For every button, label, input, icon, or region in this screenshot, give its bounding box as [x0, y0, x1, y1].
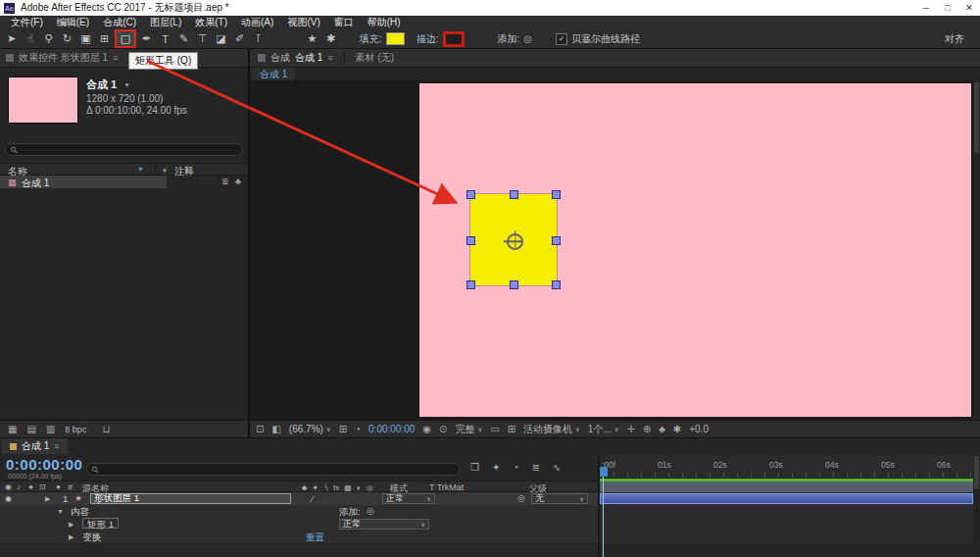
pan-behind-tool[interactable]: ⊞ — [95, 29, 114, 48]
rectangle-blend-mode-select[interactable]: 正常 ∨ — [339, 519, 429, 530]
resolution-select[interactable]: 完整 ∨ — [455, 423, 482, 436]
layer-blend-mode-select[interactable]: 正常 ∨ — [382, 493, 435, 504]
panel-menu-icon[interactable]: ≡ — [113, 53, 118, 63]
project-search-input[interactable]: ⚲ — [5, 143, 243, 156]
flowchart-icon[interactable]: ♣ — [659, 425, 665, 434]
viewport-vertical-scrollbar[interactable] — [973, 80, 980, 420]
menu-effect[interactable]: 效果(T) — [188, 16, 234, 29]
menu-animation[interactable]: 动画(A) — [234, 16, 280, 29]
transparency-grid-icon[interactable]: ⊡ — [256, 425, 264, 434]
pixel-aspect-icon[interactable]: ⊞ — [508, 425, 515, 434]
close-button[interactable]: ✕ — [958, 3, 980, 13]
magnification-select[interactable]: (66.7%) ∨ — [289, 424, 331, 434]
layer-name-input[interactable]: 形状图层 1 — [90, 493, 291, 504]
current-time-display[interactable]: 0:00:00:00 — [6, 456, 82, 473]
project-item-row[interactable]: ▦ 合成 1 ≣ ♣ — [0, 176, 248, 188]
delete-icon[interactable]: ⊔ — [102, 425, 110, 434]
puppet-pin-tool[interactable]: ⊺ — [249, 29, 268, 48]
selection-tool[interactable]: ➤ — [2, 29, 21, 48]
bezier-path-label[interactable]: 贝塞尔曲线路径 — [571, 32, 640, 46]
show-snapshot-icon[interactable]: ⊙ — [439, 425, 447, 434]
maximize-button[interactable]: □ — [937, 3, 958, 13]
menu-edit[interactable]: 编辑(E) — [50, 16, 96, 29]
new-composition-icon[interactable]: ▥ — [46, 425, 55, 434]
layer-row-shape-layer[interactable]: ◉ ▶ 1 ★ 形状图层 1 ⁄ 正常 ∨ ◎ 无 ∨ — [0, 492, 598, 506]
bezier-path-checkbox[interactable]: ✓ — [556, 33, 567, 45]
handle-bottom-center[interactable] — [510, 280, 518, 289]
tool-creates-mask-icon[interactable]: ✱ — [321, 29, 340, 48]
tool-creates-shape-icon[interactable]: ★ — [303, 29, 321, 48]
rectangle-label[interactable]: 矩形 1 — [82, 518, 119, 529]
grid-guides-icon[interactable]: ✛ — [627, 425, 635, 434]
handle-middle-right[interactable] — [552, 236, 561, 245]
layer-quality-switch-icon[interactable]: ⁄ — [312, 493, 314, 504]
layer-track-row[interactable] — [600, 492, 973, 506]
sort-arrow-icon[interactable]: ▼ — [137, 166, 144, 173]
tab-footage[interactable]: 素材 (无) — [356, 51, 394, 65]
layer-twirl-icon[interactable]: ▶ — [45, 495, 50, 503]
stroke-swatch[interactable] — [443, 31, 465, 47]
tab-composition[interactable]: 合成 — [270, 51, 290, 65]
transform-label[interactable]: 变换 — [82, 532, 101, 544]
snapshot-icon[interactable]: ◉ — [422, 425, 431, 434]
composition-item-label[interactable]: 合成 1 — [22, 177, 49, 190]
color-depth-button[interactable]: 8 bpc — [65, 425, 86, 434]
channels-icon[interactable]: ◧ — [271, 425, 280, 434]
contents-twirl-icon[interactable]: ▼ — [57, 508, 64, 515]
viewer-comp-tab[interactable]: 合成 1 — [252, 68, 295, 81]
rectangle-property-row[interactable]: ▶ 矩形 1 正常 ∨ — [0, 518, 598, 532]
menu-window[interactable]: 窗口 — [327, 16, 361, 29]
menu-view[interactable]: 视图(V) — [280, 16, 326, 29]
trkmat-column-header[interactable]: T TrkMat — [429, 482, 464, 492]
tab-composition-name[interactable]: 合成 1 — [295, 51, 322, 65]
composition-canvas[interactable] — [419, 83, 971, 417]
rotate-tool[interactable]: ↻ — [58, 29, 76, 48]
contents-add-icon[interactable]: ◎ — [367, 507, 374, 516]
eraser-tool[interactable]: ◪ — [212, 29, 230, 48]
stroke-label[interactable]: 描边: — [416, 32, 439, 46]
safe-guides-icon[interactable]: ⊞ — [339, 425, 347, 434]
minimize-button[interactable]: ─ — [915, 3, 937, 13]
handle-bottom-left[interactable] — [466, 280, 475, 289]
menu-file[interactable]: 文件(F) — [4, 16, 50, 29]
handle-top-right[interactable] — [552, 190, 561, 199]
fill-swatch[interactable] — [386, 32, 405, 45]
timeline-comp-tab[interactable]: 合成 1 ≡ — [2, 438, 68, 454]
anchor-point-icon[interactable] — [507, 233, 523, 250]
brush-tool[interactable]: ✎ — [174, 29, 193, 48]
transform-twirl-icon[interactable]: ▶ — [69, 533, 74, 541]
frame-blending-icon[interactable]: ≣ — [531, 463, 539, 473]
hide-shy-layers-icon[interactable]: ◔ — [513, 463, 518, 473]
mini-flowchart-icon[interactable]: ⊕ — [643, 425, 651, 434]
menu-layer[interactable]: 图层(L) — [143, 16, 188, 29]
layer-duration-bar[interactable] — [600, 493, 973, 504]
comp-flyout-icon[interactable]: ▼ — [123, 81, 129, 88]
composition-flowchart-icon[interactable]: ❐ — [470, 463, 479, 473]
menu-composition[interactable]: 合成(C) — [96, 16, 143, 29]
work-area-bar[interactable] — [600, 481, 973, 492]
viewer-options-icon[interactable]: ✱ — [673, 425, 681, 434]
transform-reset-link[interactable]: 重置 — [306, 532, 324, 544]
type-tool[interactable]: T — [156, 29, 174, 48]
comp-name[interactable]: 合成 1 — [86, 77, 117, 92]
shape-rectangle[interactable] — [470, 194, 557, 285]
scrollbar-thumb[interactable] — [974, 82, 979, 153]
add-shape-icon[interactable]: ◎ — [523, 34, 532, 44]
fill-label[interactable]: 填充: — [360, 32, 382, 46]
current-time-indicator-line[interactable] — [603, 477, 604, 557]
draft-3d-icon[interactable]: ✦ — [492, 463, 500, 473]
pen-tool[interactable]: ✒ — [137, 29, 156, 48]
camera-tool[interactable]: ▣ — [76, 29, 95, 48]
hand-tool[interactable]: ☝ — [21, 29, 39, 48]
view-layout-select[interactable]: 1个... ∨ — [588, 423, 619, 436]
roto-brush-tool[interactable]: ✐ — [230, 29, 249, 48]
composition-viewport[interactable] — [250, 80, 980, 420]
zoom-tool[interactable]: ⚲ — [39, 29, 58, 48]
handle-middle-left[interactable] — [466, 236, 475, 245]
handle-top-center[interactable] — [510, 190, 518, 199]
new-folder-icon[interactable]: ▤ — [26, 425, 35, 434]
timeline-search-input[interactable]: ⚲ — [86, 463, 461, 476]
camera-select[interactable]: 活动摄像机 ∨ — [523, 423, 580, 436]
layer-eye-icon[interactable]: ◉ — [5, 494, 12, 503]
parent-pickwhip-icon[interactable]: ◎ — [517, 493, 525, 503]
